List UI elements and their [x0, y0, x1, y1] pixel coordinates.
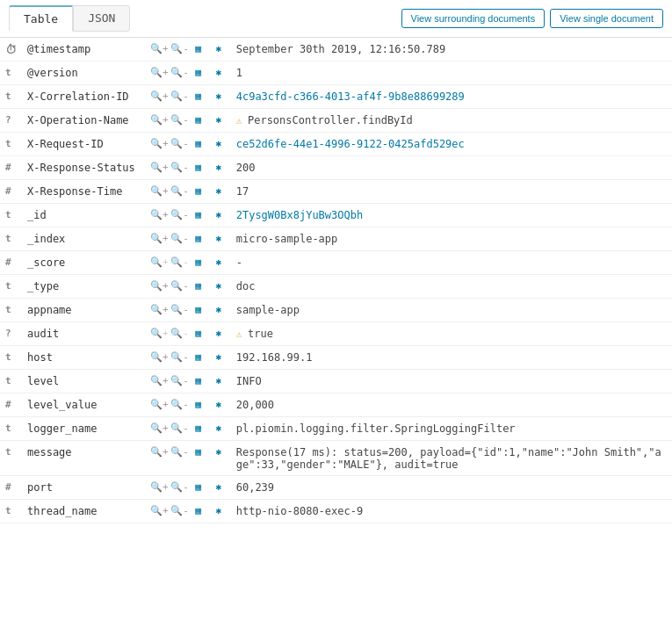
table-row: t_type 🔍+ 🔍- ▦ ✱ doc — [0, 275, 672, 299]
column-toggle-icon[interactable]: ▦ — [191, 232, 205, 246]
column-toggle-icon[interactable]: ▦ — [191, 90, 205, 104]
column-toggle-icon[interactable]: ▦ — [191, 184, 205, 199]
tab-table[interactable]: Table — [9, 5, 73, 32]
value-text: 4c9a3cfd-c366-4013-af4f-9b8e88699289 — [236, 90, 465, 103]
filter-plus-icon[interactable]: 🔍+ — [150, 279, 164, 293]
filter-plus-icon[interactable]: 🔍+ — [150, 398, 164, 412]
pin-icon[interactable]: ✱ — [212, 232, 226, 246]
filter-minus-icon[interactable]: 🔍- — [170, 350, 184, 365]
row-field: level — [22, 370, 145, 393]
filter-plus-icon[interactable]: 🔍+ — [150, 113, 164, 127]
filter-plus-icon[interactable]: 🔍+ — [150, 208, 164, 222]
filter-minus-icon[interactable]: 🔍- — [170, 422, 184, 436]
filter-plus-icon[interactable]: 🔍+ — [150, 42, 164, 56]
row-field: thread_name — [22, 500, 145, 523]
pin-icon[interactable]: ✱ — [212, 256, 226, 270]
view-single-button[interactable]: View single document — [550, 9, 663, 28]
row-type: ? — [0, 322, 22, 346]
pin-icon[interactable]: ✱ — [212, 161, 226, 175]
filter-plus-icon[interactable]: 🔍+ — [150, 504, 164, 518]
pin-icon[interactable]: ✱ — [212, 398, 226, 412]
pin-icon[interactable]: ✱ — [212, 113, 226, 127]
filter-plus-icon[interactable]: 🔍+ — [150, 350, 164, 365]
column-toggle-icon[interactable]: ▦ — [191, 303, 205, 317]
warning-icon: ⚠ — [236, 115, 248, 126]
pin-icon[interactable]: ✱ — [212, 350, 226, 365]
row-type: ? — [0, 109, 22, 133]
row-actions: 🔍+ 🔍- ▦ ✱ — [145, 441, 231, 476]
pin-icon[interactable]: ✱ — [212, 184, 226, 199]
filter-minus-icon[interactable]: 🔍- — [170, 279, 184, 293]
pin-icon[interactable]: ✱ — [212, 374, 226, 388]
column-toggle-icon[interactable]: ▦ — [191, 161, 205, 175]
filter-minus-icon[interactable]: 🔍- — [170, 398, 184, 412]
pin-icon[interactable]: ✱ — [212, 208, 226, 222]
row-type: # — [0, 393, 22, 417]
column-toggle-icon[interactable]: ▦ — [191, 350, 205, 365]
column-toggle-icon[interactable]: ▦ — [191, 480, 205, 494]
column-toggle-icon[interactable]: ▦ — [191, 66, 205, 80]
column-toggle-icon[interactable]: ▦ — [191, 327, 205, 341]
filter-minus-icon[interactable]: 🔍- — [170, 137, 184, 151]
column-toggle-icon[interactable]: ▦ — [191, 208, 205, 222]
row-type: t — [0, 61, 22, 85]
filter-minus-icon[interactable]: 🔍- — [170, 504, 184, 518]
column-toggle-icon[interactable]: ▦ — [191, 256, 205, 270]
column-toggle-icon[interactable]: ▦ — [191, 113, 205, 127]
value-text: sample-app — [236, 304, 300, 316]
column-toggle-icon[interactable]: ▦ — [191, 279, 205, 293]
filter-plus-icon[interactable]: 🔍+ — [150, 137, 164, 151]
row-type: t — [0, 275, 22, 299]
filter-plus-icon[interactable]: 🔍+ — [150, 66, 164, 80]
filter-plus-icon[interactable]: 🔍+ — [150, 161, 164, 175]
filter-plus-icon[interactable]: 🔍+ — [150, 480, 164, 494]
row-type: # — [0, 156, 22, 180]
column-toggle-icon[interactable]: ▦ — [191, 374, 205, 388]
column-toggle-icon[interactable]: ▦ — [191, 504, 205, 518]
filter-minus-icon[interactable]: 🔍- — [170, 303, 184, 317]
filter-minus-icon[interactable]: 🔍- — [170, 480, 184, 494]
row-type: t — [0, 370, 22, 393]
filter-minus-icon[interactable]: 🔍- — [170, 374, 184, 388]
pin-icon[interactable]: ✱ — [212, 327, 226, 341]
filter-minus-icon[interactable]: 🔍- — [170, 445, 184, 459]
pin-icon[interactable]: ✱ — [212, 279, 226, 293]
pin-icon[interactable]: ✱ — [212, 137, 226, 151]
filter-minus-icon[interactable]: 🔍- — [170, 232, 184, 246]
pin-icon[interactable]: ✱ — [212, 422, 226, 436]
filter-plus-icon[interactable]: 🔍+ — [150, 303, 164, 317]
filter-plus-icon[interactable]: 🔍+ — [150, 422, 164, 436]
filter-plus-icon[interactable]: 🔍+ — [150, 90, 164, 104]
filter-plus-icon[interactable]: 🔍+ — [150, 232, 164, 246]
tab-json[interactable]: JSON — [73, 5, 130, 32]
filter-plus-icon[interactable]: 🔍+ — [150, 184, 164, 199]
column-toggle-icon[interactable]: ▦ — [191, 398, 205, 412]
pin-icon[interactable]: ✱ — [212, 90, 226, 104]
filter-plus-icon[interactable]: 🔍+ — [150, 445, 164, 459]
row-field: host — [22, 346, 145, 370]
filter-minus-icon[interactable]: 🔍- — [170, 208, 184, 222]
view-surrounding-button[interactable]: View surrounding documents — [401, 9, 546, 28]
pin-icon[interactable]: ✱ — [212, 504, 226, 518]
row-value: ce52d6fe-44e1-4996-9122-0425afd529ec — [231, 133, 672, 156]
column-toggle-icon[interactable]: ▦ — [191, 42, 205, 56]
filter-minus-icon[interactable]: 🔍- — [170, 161, 184, 175]
pin-icon[interactable]: ✱ — [212, 445, 226, 459]
pin-icon[interactable]: ✱ — [212, 480, 226, 494]
filter-minus-icon[interactable]: 🔍- — [170, 90, 184, 104]
column-toggle-icon[interactable]: ▦ — [191, 137, 205, 151]
column-toggle-icon[interactable]: ▦ — [191, 445, 205, 459]
pin-icon[interactable]: ✱ — [212, 303, 226, 317]
filter-plus-icon[interactable]: 🔍+ — [150, 374, 164, 388]
filter-minus-icon[interactable]: 🔍- — [170, 66, 184, 80]
pin-icon[interactable]: ✱ — [212, 66, 226, 80]
row-field: @timestamp — [22, 38, 145, 61]
filter-minus-icon[interactable]: 🔍- — [170, 113, 184, 127]
table-row: thost 🔍+ 🔍- ▦ ✱ 192.168.99.1 — [0, 346, 672, 370]
filter-minus-icon[interactable]: 🔍- — [170, 42, 184, 56]
filter-minus-icon[interactable]: 🔍- — [170, 184, 184, 199]
pin-icon[interactable]: ✱ — [212, 42, 226, 56]
row-actions: 🔍+ 🔍- ▦ ✱ — [145, 275, 231, 299]
row-actions: 🔍+ 🔍- ▦ ✱ — [145, 393, 231, 417]
column-toggle-icon[interactable]: ▦ — [191, 422, 205, 436]
